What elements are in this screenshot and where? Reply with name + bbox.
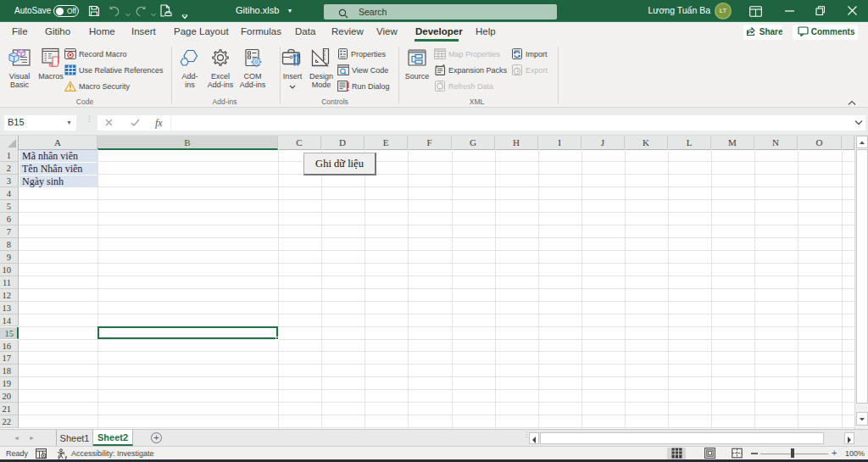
svg-text:fx: fx xyxy=(155,117,163,129)
